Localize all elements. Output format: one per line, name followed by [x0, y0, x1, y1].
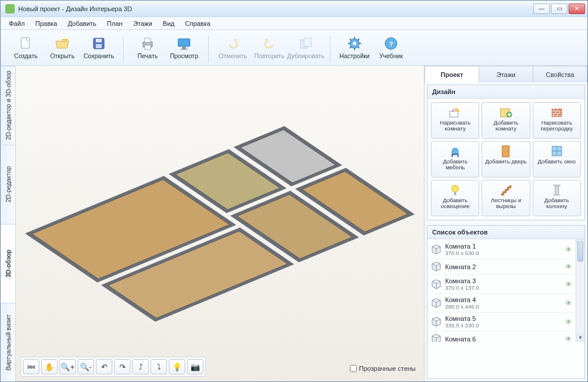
maximize-button[interactable]: ▭	[551, 4, 567, 14]
zoom-in-button[interactable]: 🔍+	[59, 359, 76, 374]
tab-3d-view[interactable]: 3D-обзор	[1, 224, 15, 303]
svg-point-13	[353, 42, 356, 45]
menu-add[interactable]: Добавить	[63, 18, 101, 29]
redo-button[interactable]: Повторить	[251, 33, 288, 62]
room-cube-icon	[431, 262, 442, 272]
redo-icon	[261, 36, 278, 51]
draw-room-button[interactable]: Нарисовать комнату	[431, 102, 479, 139]
menu-help[interactable]: Справка	[181, 18, 215, 29]
add-window-button[interactable]: Добавить окно	[533, 141, 581, 177]
svg-point-26	[452, 185, 459, 192]
open-button[interactable]: Открыть	[44, 33, 81, 62]
object-row[interactable]: Комната 2👁	[427, 259, 584, 275]
preview-button[interactable]: Просмотр	[166, 33, 202, 62]
add-furniture-button[interactable]: Добавить мебель	[431, 141, 479, 177]
window-icon	[550, 145, 564, 158]
window-title: Новый проект - Дизайн Интерьера 3D	[18, 5, 132, 12]
add-lighting-button[interactable]: Добавить освещение	[431, 180, 479, 216]
svg-rect-16	[450, 111, 458, 117]
transparent-walls-toggle[interactable]: Прозрачные стены	[346, 365, 419, 372]
undo-button[interactable]: Отменить	[215, 33, 251, 62]
menu-view[interactable]: Вид	[158, 18, 179, 29]
scroll-down-icon[interactable]: ▼	[576, 334, 584, 342]
transparent-walls-checkbox[interactable]	[350, 365, 357, 372]
tab-properties[interactable]: Свойства	[533, 66, 587, 82]
add-column-button[interactable]: Добавить колонну	[533, 180, 581, 216]
list-scrollbar[interactable]: ▲ ▼	[576, 239, 584, 342]
save-icon	[91, 36, 107, 51]
svg-rect-22	[457, 155, 459, 157]
monitor-icon	[176, 36, 192, 51]
object-name: Комната 5	[445, 315, 560, 322]
design-section-title: Дизайн	[427, 85, 584, 99]
svg-rect-30	[553, 195, 560, 196]
menu-floors[interactable]: Этажи	[128, 18, 156, 29]
app-icon	[5, 4, 15, 14]
tab-virtual-visit[interactable]: Виртуальный визит	[1, 303, 15, 381]
main-toolbar: Создать Открыть Сохранить Печать Просмот…	[1, 30, 587, 66]
duplicate-icon	[298, 36, 314, 51]
svg-rect-28	[555, 186, 559, 195]
object-row[interactable]: Комната 4280.0 x 446.0👁	[427, 294, 584, 313]
tab-2d-3d-combined[interactable]: 2D-редактор и 3D-обзор	[1, 66, 15, 145]
menu-edit[interactable]: Правка	[31, 18, 62, 29]
object-row[interactable]: Комната 3370.0 x 137.0👁	[427, 275, 584, 294]
object-row[interactable]: Комната 5335.0 x 230.0👁	[427, 313, 584, 331]
add-door-button[interactable]: Добавить дверь	[482, 141, 530, 177]
work-area: 2D-редактор и 3D-обзор 2D-редактор 3D-об…	[1, 66, 587, 381]
svg-rect-20	[452, 153, 459, 155]
stairs-icon	[499, 183, 513, 196]
brick-wall-icon	[550, 106, 564, 119]
object-name: Комната 1	[445, 243, 560, 250]
rotate-left-button[interactable]: ↶	[96, 359, 112, 374]
titlebar: Новый проект - Дизайн Интерьера 3D — ▭ ✕	[1, 1, 587, 17]
menu-file[interactable]: Файл	[4, 18, 29, 29]
tab-project[interactable]: Проект	[425, 66, 479, 82]
svg-rect-6	[145, 45, 151, 49]
pan-button[interactable]: ✋	[41, 359, 58, 374]
lighting-button[interactable]: 💡	[169, 359, 185, 374]
tab-2d-editor[interactable]: 2D-редактор	[1, 145, 15, 223]
visibility-eye-icon[interactable]: 👁	[563, 280, 574, 289]
print-button[interactable]: Печать	[129, 33, 166, 62]
scroll-thumb[interactable]	[577, 242, 583, 262]
menu-plan[interactable]: План	[102, 18, 128, 29]
rotate-right-button[interactable]: ↷	[114, 359, 131, 374]
object-row[interactable]: Комната 1370.0 x 530.0👁	[427, 240, 584, 259]
settings-button[interactable]: Настройки	[336, 33, 373, 62]
object-dimensions: 280.0 x 446.0	[445, 303, 560, 310]
zoom-out-button[interactable]: 🔍-	[78, 359, 94, 374]
tilt-up-button[interactable]: ⤴	[132, 359, 149, 374]
stairs-cuts-button[interactable]: Лестницы и вырезы	[482, 180, 530, 216]
tilt-down-button[interactable]: ⤵	[151, 359, 167, 374]
draw-partition-button[interactable]: Нарисовать перегородку	[533, 102, 581, 139]
visibility-eye-icon[interactable]: 👁	[563, 263, 574, 271]
duplicate-button[interactable]: Дублировать	[288, 33, 324, 62]
minimize-button[interactable]: —	[533, 4, 550, 14]
visibility-eye-icon[interactable]: 👁	[563, 318, 574, 326]
floorplan-3d	[16, 66, 424, 381]
objects-section: Список объектов ▲ ▼ Комната 1370.0 x 530…	[427, 225, 585, 379]
tab-floors[interactable]: Этажи	[479, 66, 533, 82]
visibility-eye-icon[interactable]: 👁	[563, 299, 574, 307]
rotate-360-button[interactable]: 360	[23, 359, 39, 374]
help-icon: ?	[383, 36, 399, 51]
add-room-button[interactable]: Добавить комнату	[482, 102, 530, 139]
chair-icon	[448, 145, 462, 158]
visibility-eye-icon[interactable]: 👁	[563, 246, 574, 254]
camera-button[interactable]: 📷	[187, 359, 203, 374]
tutorial-button[interactable]: ? Учебник	[373, 33, 409, 62]
room-cube-icon	[431, 244, 442, 255]
save-button[interactable]: Сохранить	[81, 33, 117, 62]
object-row[interactable]: Комната 6👁	[427, 331, 584, 342]
design-section: Дизайн Нарисовать комнату Добавить комна…	[427, 85, 585, 220]
3d-viewport[interactable]: 360 ✋ 🔍+ 🔍- ↶ ↷ ⤴ ⤵ 💡 📷 Прозрачные стены	[16, 66, 424, 381]
objects-list[interactable]: ▲ ▼ Комната 1370.0 x 530.0👁Комната 2👁Ком…	[427, 239, 584, 342]
close-button[interactable]: ✕	[569, 4, 585, 14]
object-name: Комната 4	[445, 296, 560, 303]
svg-rect-7	[178, 39, 190, 46]
create-button[interactable]: Создать	[8, 33, 44, 62]
room-cube-icon	[431, 298, 442, 309]
svg-rect-0	[21, 38, 29, 48]
visibility-eye-icon[interactable]: 👁	[563, 335, 574, 342]
